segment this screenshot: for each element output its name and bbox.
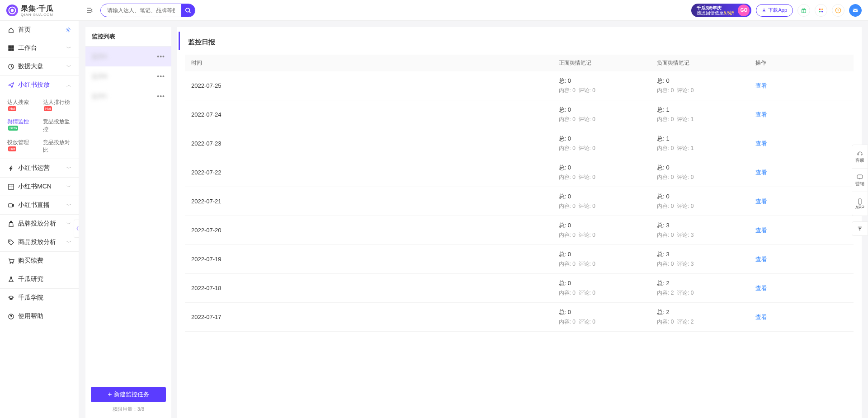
- more-icon[interactable]: •••: [157, 53, 165, 60]
- help-icon[interactable]: ?: [832, 4, 844, 17]
- svg-point-4: [819, 8, 821, 10]
- view-link[interactable]: 查看: [755, 111, 767, 118]
- svg-rect-13: [11, 45, 14, 47]
- table-row: 2022-07-21总: 0内容: 0 评论: 0总: 0内容: 0 评论: 0…: [185, 187, 854, 216]
- more-icon[interactable]: •••: [157, 73, 165, 80]
- nav-label: 商品投放分析: [18, 238, 56, 246]
- nav-item-4[interactable]: 小红书运营﹀: [0, 159, 79, 178]
- monitor-item-0[interactable]: 监控A•••: [85, 47, 171, 66]
- sub-nav-5[interactable]: 竞品投放对比: [39, 136, 75, 157]
- monitor-list-title: 监控列表: [85, 27, 171, 47]
- quota-text: 权限用量：3/8: [91, 406, 166, 413]
- new-monitor-task-button[interactable]: + 新建监控任务: [91, 387, 166, 402]
- plus-icon: +: [108, 391, 112, 398]
- svg-rect-18: [8, 203, 12, 207]
- monitor-list-panel: 监控列表 监控A•••监控B•••监控C••• + 新建监控任务 权限用量：3/…: [85, 27, 171, 418]
- cell-positive: 总: 0内容: 0 评论: 0: [559, 308, 657, 326]
- view-link[interactable]: 查看: [755, 82, 767, 89]
- col-date: 时间: [191, 59, 559, 67]
- flask-icon: [7, 276, 14, 283]
- gift-icon[interactable]: [797, 4, 810, 17]
- apps-icon[interactable]: [815, 4, 827, 17]
- nav-item-3[interactable]: 小红书投放︿: [0, 76, 79, 94]
- nav-item-1[interactable]: 工作台﹀: [0, 39, 79, 57]
- sub-nav-3[interactable]: 竞品投放监控: [39, 115, 75, 136]
- table-header: 时间 正面舆情笔记 负面舆情笔记 操作: [185, 55, 854, 71]
- nav-item-2[interactable]: 数据大盘﹀: [0, 57, 79, 76]
- search-button[interactable]: [181, 4, 195, 17]
- svg-rect-10: [853, 9, 858, 12]
- nav-item-6[interactable]: 小红书直播﹀: [0, 196, 79, 215]
- view-link[interactable]: 查看: [755, 227, 767, 234]
- video-icon: [7, 202, 14, 209]
- monitor-item-2[interactable]: 监控C•••: [85, 86, 171, 106]
- logo[interactable]: 果集·千瓜 QIAN·GUA.COM: [6, 4, 79, 17]
- view-link[interactable]: 查看: [755, 314, 767, 320]
- float-app[interactable]: APP: [852, 192, 868, 216]
- table-row: 2022-07-22总: 0内容: 0 评论: 0总: 0内容: 0 评论: 0…: [185, 158, 854, 187]
- sub-nav-4[interactable]: 投放管理Hot: [4, 136, 39, 157]
- mail-icon[interactable]: [849, 4, 862, 17]
- view-link[interactable]: 查看: [755, 256, 767, 263]
- grid-icon: [7, 183, 14, 190]
- badge-beta: Beta: [8, 126, 18, 131]
- cell-negative: 总: 1内容: 0 评论: 1: [657, 106, 755, 123]
- table-row: 2022-07-17总: 0内容: 0 评论: 0总: 2内容: 0 评论: 2…: [185, 303, 854, 332]
- view-link[interactable]: 查看: [755, 285, 767, 291]
- chevron-down-icon: ﹀: [66, 239, 71, 246]
- promo-banner[interactable]: 千瓜3周年庆 感恩回馈低至5.5折 GO: [691, 4, 752, 17]
- headset-icon: [856, 150, 863, 157]
- cell-date: 2022-07-24: [191, 111, 559, 118]
- nav-label: 首页: [18, 26, 31, 34]
- nav-item-11[interactable]: 千瓜学院: [0, 289, 79, 307]
- promo-line2: 感恩回馈低至5.5折: [697, 10, 735, 15]
- badge-hot: Hot: [8, 146, 16, 151]
- svg-point-6: [819, 10, 821, 12]
- brand-domain: QIAN·GUA.COM: [21, 13, 54, 17]
- svg-point-11: [67, 29, 69, 31]
- cell-positive: 总: 0内容: 0 评论: 0: [559, 193, 657, 210]
- nav-item-9[interactable]: 购买续费: [0, 252, 79, 270]
- nav-item-10[interactable]: 千瓜研究: [0, 270, 79, 289]
- promo-go-button[interactable]: GO: [738, 5, 750, 16]
- nav-item-8[interactable]: 商品投放分析﹀: [0, 233, 79, 252]
- monitor-item-1[interactable]: 监控B•••: [85, 66, 171, 86]
- view-link[interactable]: 查看: [755, 140, 767, 147]
- float-toolbar: 客服 营销 APP: [852, 145, 868, 216]
- nav-item-5[interactable]: 小红书MCN﹀: [0, 178, 79, 196]
- sidebar-hide-toggle[interactable]: 《: [74, 220, 79, 238]
- cell-positive: 总: 0内容: 0 评论: 0: [559, 279, 657, 297]
- svg-rect-14: [8, 48, 10, 51]
- svg-rect-12: [8, 45, 10, 47]
- download-app-button[interactable]: 下载App: [756, 4, 793, 17]
- col-action: 操作: [755, 59, 847, 67]
- float-marketing[interactable]: 营销: [852, 169, 868, 192]
- nav-label: 品牌投放分析: [18, 220, 56, 228]
- nav-label: 千瓜研究: [18, 275, 43, 283]
- report-title: 监控日报: [179, 32, 862, 50]
- svg-point-1: [11, 9, 14, 12]
- search-input[interactable]: [101, 7, 181, 14]
- nav-item-12[interactable]: 使用帮助: [0, 307, 79, 325]
- cell-positive: 总: 0内容: 0 评论: 0: [559, 106, 657, 123]
- chevron-down-icon: ﹀: [66, 45, 71, 52]
- more-icon[interactable]: •••: [157, 93, 165, 100]
- view-link[interactable]: 查看: [755, 198, 767, 205]
- nav-item-0[interactable]: 首页: [0, 21, 79, 39]
- sidebar-collapse-button[interactable]: [84, 5, 95, 16]
- sub-nav-0[interactable]: 达人搜索Hot: [4, 96, 39, 115]
- scroll-top-button[interactable]: [852, 221, 868, 236]
- cell-negative: 总: 3内容: 0 评论: 3: [657, 250, 755, 268]
- view-link[interactable]: 查看: [755, 169, 767, 176]
- table-row: 2022-07-23总: 0内容: 0 评论: 0总: 1内容: 0 评论: 1…: [185, 129, 854, 158]
- cell-negative: 总: 3内容: 0 评论: 3: [657, 221, 755, 239]
- search-icon: [185, 7, 191, 14]
- table-row: 2022-07-25总: 0内容: 0 评论: 0总: 0内容: 0 评论: 0…: [185, 71, 854, 100]
- sub-nav-1[interactable]: 达人排行榜Hot: [39, 96, 75, 115]
- col-negative: 负面舆情笔记: [657, 59, 755, 67]
- float-customer-service[interactable]: 客服: [852, 145, 868, 169]
- nav-item-7[interactable]: 品牌投放分析﹀: [0, 215, 79, 233]
- monitor-name-blurred: 监控B: [92, 72, 108, 80]
- sub-nav-2[interactable]: 舆情监控Beta: [4, 115, 39, 136]
- gear-icon[interactable]: [65, 27, 71, 33]
